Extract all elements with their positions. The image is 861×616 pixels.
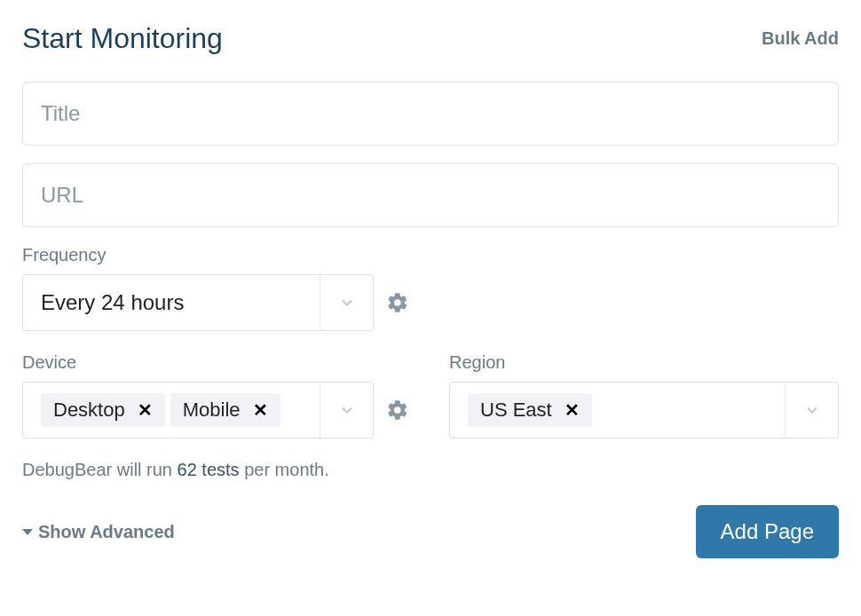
tag-label: Desktop — [53, 399, 125, 422]
chevron-down-icon — [785, 383, 838, 438]
page-title: Start Monitoring — [22, 22, 223, 55]
device-tag-desktop: Desktop ✕ — [41, 393, 165, 427]
show-advanced-label: Show Advanced — [38, 522, 175, 542]
show-advanced-toggle[interactable]: Show Advanced — [22, 522, 175, 542]
device-tag-mobile: Mobile ✕ — [170, 393, 280, 427]
chevron-down-icon — [320, 383, 373, 438]
close-icon[interactable]: ✕ — [134, 399, 156, 421]
bulk-add-link[interactable]: Bulk Add — [762, 28, 839, 49]
gear-icon[interactable] — [386, 291, 409, 314]
gear-icon[interactable] — [386, 399, 409, 422]
title-input[interactable] — [22, 82, 839, 146]
frequency-value: Every 24 hours — [23, 290, 320, 315]
region-label: Region — [449, 352, 839, 373]
add-page-button[interactable]: Add Page — [696, 505, 839, 558]
device-select[interactable]: Desktop ✕ Mobile ✕ — [22, 382, 374, 438]
region-tag-useast: US East ✕ — [468, 393, 592, 427]
frequency-label: Frequency — [22, 245, 839, 265]
caret-down-icon — [22, 529, 33, 535]
region-select[interactable]: US East ✕ — [449, 382, 839, 438]
url-input[interactable] — [22, 163, 839, 227]
tag-label: US East — [480, 399, 552, 422]
tests-per-month-info: DebugBear will run 62 tests per month. — [22, 460, 839, 480]
chevron-down-icon — [320, 275, 373, 330]
test-count: 62 tests — [178, 460, 240, 479]
device-label: Device — [22, 352, 412, 373]
close-icon[interactable]: ✕ — [561, 399, 583, 421]
tag-label: Mobile — [183, 399, 241, 422]
frequency-select[interactable]: Every 24 hours — [22, 274, 374, 331]
close-icon[interactable]: ✕ — [249, 399, 272, 421]
